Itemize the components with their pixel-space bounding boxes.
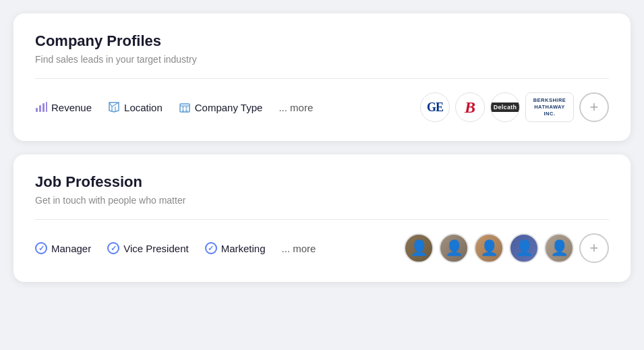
ge-logo[interactable]: GE xyxy=(420,92,450,122)
company-logos: GE B Delcath BerkshireHathaway Inc. + xyxy=(420,92,609,122)
avatar-person4[interactable]: 👤 xyxy=(509,233,539,263)
person5-face: 👤 xyxy=(550,239,568,257)
company-type-icon xyxy=(179,101,191,113)
company-profiles-subtitle: Find sales leads in your target industry xyxy=(35,54,609,65)
avatar-person5[interactable]: 👤 xyxy=(544,233,574,263)
svg-rect-0 xyxy=(36,108,38,112)
filter-vp[interactable]: Vice President xyxy=(107,242,188,254)
more-filters-link[interactable]: ... more xyxy=(279,102,313,113)
b-logo[interactable]: B xyxy=(455,92,485,122)
filter-vp-label: Vice President xyxy=(123,243,188,254)
company-profiles-footer: Revenue Location xyxy=(35,92,609,122)
add-person-button[interactable]: + xyxy=(579,233,609,263)
svg-rect-6 xyxy=(180,104,189,112)
svg-rect-7 xyxy=(182,107,184,109)
filter-revenue-label: Revenue xyxy=(51,102,92,113)
job-profession-footer: Manager Vice President Marketing ... mor… xyxy=(35,233,609,263)
marketing-check-icon xyxy=(205,242,217,254)
add-company-button[interactable]: + xyxy=(579,92,609,122)
filter-location-label: Location xyxy=(124,102,163,113)
job-profession-title: Job Profession xyxy=(35,173,609,191)
person1-face: 👤 xyxy=(410,239,428,257)
filter-company-type-label: Company Type xyxy=(195,102,263,113)
filter-revenue[interactable]: Revenue xyxy=(35,101,92,113)
filter-manager[interactable]: Manager xyxy=(35,242,91,254)
berkshire-logo[interactable]: BerkshireHathaway Inc. xyxy=(525,92,574,122)
job-profession-subtitle: Get in touch with people who matter xyxy=(35,195,609,206)
svg-rect-8 xyxy=(185,107,187,109)
filter-marketing[interactable]: Marketing xyxy=(205,242,266,254)
svg-rect-9 xyxy=(182,109,184,112)
company-profiles-card: Company Profiles Find sales leads in you… xyxy=(13,13,631,141)
job-profession-card: Job Profession Get in touch with people … xyxy=(13,154,631,282)
avatar-person3[interactable]: 👤 xyxy=(474,233,504,263)
person4-face: 👤 xyxy=(515,239,533,257)
svg-rect-10 xyxy=(185,109,187,112)
avatar-person1[interactable]: 👤 xyxy=(404,233,434,263)
person3-face: 👤 xyxy=(480,239,498,257)
card1-divider xyxy=(35,78,609,79)
svg-rect-1 xyxy=(39,105,41,112)
avatar-person2[interactable]: 👤 xyxy=(439,233,469,263)
filter-company-type[interactable]: Company Type xyxy=(179,101,263,113)
delcath-logo[interactable]: Delcath xyxy=(490,92,520,122)
filter-manager-label: Manager xyxy=(51,243,91,254)
person2-face: 👤 xyxy=(445,239,463,257)
more-professions-link[interactable]: ... more xyxy=(282,243,316,254)
location-icon xyxy=(108,101,120,113)
svg-rect-3 xyxy=(46,102,47,112)
filter-marketing-label: Marketing xyxy=(221,243,266,254)
svg-rect-2 xyxy=(42,103,45,112)
person-avatars: 👤 👤 👤 👤 👤 + xyxy=(404,233,609,263)
manager-check-icon xyxy=(35,242,47,254)
vp-check-icon xyxy=(107,242,119,254)
revenue-icon xyxy=(35,101,47,113)
company-profiles-title: Company Profiles xyxy=(35,32,609,50)
filter-location[interactable]: Location xyxy=(108,101,163,113)
card2-divider xyxy=(35,219,609,220)
